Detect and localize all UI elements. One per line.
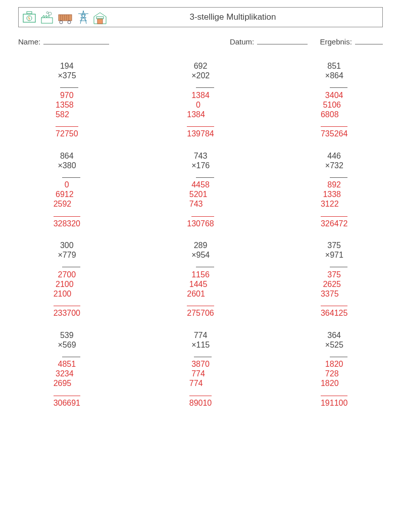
problem: 364 ×525 1820 728 1820 191100 xyxy=(267,330,401,408)
problem: 864 ×380 0 6912 2592 328320 xyxy=(0,151,134,229)
svg-point-12 xyxy=(60,21,63,24)
svg-rect-16 xyxy=(96,17,104,19)
name-label: Name: xyxy=(18,37,40,46)
svg-point-13 xyxy=(68,21,71,24)
problem-grid: 194 ×375 9701358 582 72750 692 ×202 1384… xyxy=(0,61,401,408)
meta-row: Name: Datum: Ergebnis: xyxy=(18,37,383,46)
factory-icon xyxy=(40,11,54,25)
problem: 289 ×954 1156 1445 2601 275706 xyxy=(134,240,268,318)
problem: 692 ×202 1384 0 1384 139784 xyxy=(134,61,268,139)
problem: 300 ×779 2700 2100 2100 233700 xyxy=(0,240,134,318)
problem: 375 ×971 375 2625 3375 364125 xyxy=(267,240,401,318)
container-truck-icon xyxy=(57,11,74,25)
problem: 743 ×176 4458 5201 743 130768 xyxy=(134,151,268,229)
result-label: Ergebnis: xyxy=(320,37,352,46)
transmission-tower-icon xyxy=(77,10,89,25)
svg-point-5 xyxy=(46,12,48,14)
problem: 539 ×569 4851 3234 2695 306691 xyxy=(0,330,134,408)
problem: 851 ×864 3404 5106 6808 735264 xyxy=(267,61,401,139)
problem: 446 ×732 892 1338 3122 326472 xyxy=(267,151,401,229)
energy-box-icon xyxy=(22,11,37,25)
date-blank xyxy=(257,44,308,44)
svg-rect-2 xyxy=(27,12,32,14)
svg-point-4 xyxy=(48,12,52,15)
header-bar: 3-stellige Multiplikation xyxy=(18,7,383,27)
date-label: Datum: xyxy=(230,37,254,46)
result-blank xyxy=(355,44,383,44)
svg-rect-3 xyxy=(41,18,53,23)
worksheet-title: 3-stellige Multiplikation xyxy=(108,12,358,22)
svg-rect-15 xyxy=(97,19,103,24)
problem: 774 ×115 3870 774 774 89010 xyxy=(134,330,268,408)
icon-strip xyxy=(22,10,108,25)
problem: 194 ×375 9701358 582 72750 xyxy=(0,61,134,139)
name-blank xyxy=(43,44,109,44)
warehouse-icon xyxy=(92,11,108,25)
